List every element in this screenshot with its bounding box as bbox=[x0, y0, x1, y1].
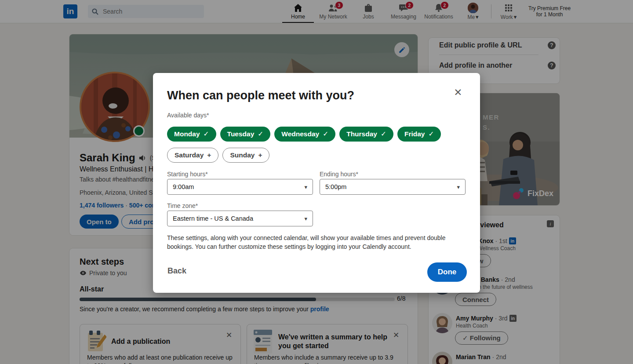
check-icon: ✓ bbox=[323, 130, 328, 138]
day-pill-tuesday[interactable]: Tuesday✓ bbox=[220, 127, 271, 142]
chevron-down-icon: ▾ bbox=[457, 184, 460, 190]
day-pill-wednesday[interactable]: Wednesday✓ bbox=[274, 127, 335, 142]
starting-hours-label: Starting hours* bbox=[167, 171, 208, 178]
day-pill-monday[interactable]: Monday✓ bbox=[167, 127, 216, 142]
timezone-select[interactable]: Eastern time - US & Canada ▾ bbox=[167, 211, 313, 226]
timezone-value: Eastern time - US & Canada bbox=[173, 215, 253, 222]
day-pill-friday[interactable]: Friday✓ bbox=[397, 127, 441, 142]
plus-icon: + bbox=[258, 151, 262, 159]
chevron-down-icon: ▾ bbox=[304, 215, 307, 222]
check-icon: ✓ bbox=[258, 130, 263, 138]
ending-hours-value: 5:00pm bbox=[325, 183, 346, 190]
modal-title: When can people meet with you? bbox=[167, 89, 354, 102]
available-days-label: Available days* bbox=[167, 112, 209, 119]
day-pill-saturday[interactable]: Saturday+ bbox=[167, 148, 218, 163]
starting-hours-select[interactable]: 9:00am ▾ bbox=[167, 179, 313, 195]
chevron-down-icon: ▾ bbox=[304, 184, 307, 190]
meeting-availability-modal: When can people meet with you? ✕ Availab… bbox=[153, 73, 480, 293]
done-button[interactable]: Done bbox=[427, 262, 467, 282]
back-button[interactable]: Back bbox=[167, 266, 186, 276]
selected-days-row: Monday✓ Tuesday✓ Wednesday✓ Thursday✓ Fr… bbox=[167, 127, 441, 142]
check-icon: ✓ bbox=[381, 130, 386, 138]
ending-hours-select[interactable]: 5:00pm ▾ bbox=[320, 179, 466, 195]
check-icon: ✓ bbox=[204, 130, 209, 138]
ending-hours-label: Ending hours* bbox=[320, 171, 358, 178]
plus-icon: + bbox=[207, 151, 211, 159]
settings-description: These settings, along with your connecte… bbox=[167, 233, 452, 251]
unselected-days-row: Saturday+ Sunday+ bbox=[167, 148, 269, 163]
timezone-label: Time zone* bbox=[167, 202, 198, 209]
starting-hours-value: 9:00am bbox=[173, 183, 194, 190]
close-icon[interactable]: ✕ bbox=[450, 84, 466, 100]
day-pill-sunday[interactable]: Sunday+ bbox=[222, 148, 269, 163]
linkedin-profile-page: in Home 3 My Network Jobs 2 Messaging 2 … bbox=[0, 0, 633, 364]
day-pill-thursday[interactable]: Thursday✓ bbox=[339, 127, 393, 142]
check-icon: ✓ bbox=[428, 130, 434, 138]
